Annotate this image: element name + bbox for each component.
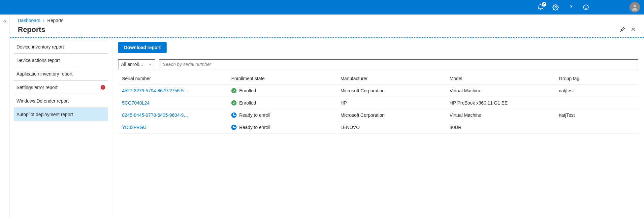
status-ready-icon: [231, 125, 237, 130]
notifications-button[interactable]: 2: [536, 3, 545, 12]
error-icon: !: [101, 85, 105, 90]
status-text: Enrolled: [239, 88, 256, 93]
side-list-item[interactable]: Windows Defender report: [14, 94, 108, 108]
column-header-state[interactable]: Enrollment state: [227, 73, 337, 85]
breadcrumb-separator: ›: [43, 18, 45, 23]
column-header-model[interactable]: Model: [446, 73, 555, 85]
column-header-group-tag[interactable]: Group tag: [555, 73, 638, 85]
serial-link[interactable]: 5CG7040L24: [122, 100, 149, 106]
cell-manufacturer: Microsoft Corporation: [337, 85, 446, 97]
side-list-item-label: Settings error report: [16, 85, 58, 90]
devices-table: Serial number Enrollment state Manufactu…: [118, 73, 638, 134]
column-header-manufacturer[interactable]: Manufacturer: [337, 73, 446, 85]
pin-button[interactable]: [620, 26, 626, 33]
chevron-down-icon: [148, 62, 152, 66]
cell-group-tag: natjtest: [555, 85, 638, 97]
notification-count-badge: 2: [542, 2, 546, 7]
table-row: 4527-3279-5794-8679-2756-5…EnrolledMicro…: [118, 85, 638, 97]
breadcrumb: Dashboard › Reports: [10, 15, 644, 25]
enrollment-filter-dropdown[interactable]: All enrollm…: [118, 59, 155, 69]
side-list-item[interactable]: Autopilot deployment report: [14, 108, 108, 121]
close-button[interactable]: [630, 26, 636, 33]
side-list-item-label: Application inventory report: [16, 71, 73, 77]
download-report-button[interactable]: Download report: [118, 42, 167, 53]
status-text: Ready to enroll: [239, 112, 270, 118]
feedback-button[interactable]: [581, 3, 591, 12]
cell-model: HP ProBook x360 11 G1 EE: [446, 97, 555, 109]
cell-manufacturer: HP: [337, 97, 446, 109]
serial-link[interactable]: YD02FVGU: [122, 125, 146, 130]
help-button[interactable]: [566, 3, 575, 12]
settings-button[interactable]: [551, 3, 560, 12]
reports-side-list: Device inventory reportDevice actions re…: [10, 38, 112, 218]
cell-group-tag: [555, 121, 638, 134]
svg-point-4: [587, 7, 587, 7]
side-list-item-label: Device actions report: [16, 58, 60, 63]
side-list-item[interactable]: Device inventory report: [14, 40, 108, 54]
status-text: Enrolled: [239, 100, 256, 106]
page-title: Reports: [18, 25, 45, 34]
status-text: Ready to enroll: [239, 125, 270, 130]
cell-group-tag: natjTest: [555, 109, 638, 121]
breadcrumb-root-link[interactable]: Dashboard: [18, 18, 41, 23]
table-row: 5CG7040L24EnrolledHPHP ProBook x360 11 G…: [118, 97, 638, 109]
svg-point-5: [633, 5, 636, 7]
side-list-item[interactable]: Application inventory report: [14, 67, 108, 81]
cell-model: 80UR: [446, 121, 555, 134]
report-content: Download report All enrollm… Serial numb…: [112, 38, 644, 218]
cell-model: Virtual Machine: [446, 85, 555, 97]
side-list-item-label: Device inventory report: [16, 44, 64, 49]
cell-group-tag: [555, 97, 638, 109]
serial-link[interactable]: 8245-0445-0778-6405-9604-9…: [122, 112, 188, 118]
side-list-item[interactable]: Device actions report: [14, 53, 108, 67]
cell-manufacturer: Microsoft Corporation: [337, 109, 446, 121]
page-title-bar: Reports: [10, 25, 644, 38]
svg-point-3: [585, 7, 585, 7]
top-header-bar: 2: [0, 0, 644, 15]
serial-link[interactable]: 4527-3279-5794-8679-2756-5…: [122, 88, 188, 93]
sidebar-collapse-column: [0, 15, 10, 218]
svg-point-1: [570, 9, 571, 9]
side-list-item-label: Autopilot deployment report: [16, 112, 73, 117]
enrollment-filter-label: All enrollm…: [121, 62, 146, 67]
table-row: 8245-0445-0778-6405-9604-9…Ready to enro…: [118, 109, 638, 121]
status-ready-icon: [231, 112, 237, 118]
svg-point-0: [555, 7, 557, 8]
side-list-item-label: Windows Defender report: [16, 98, 69, 104]
collapse-sidebar-icon[interactable]: [3, 19, 7, 25]
table-row: YD02FVGUReady to enrollLENOVO80UR: [118, 121, 638, 134]
serial-search-input[interactable]: [159, 59, 638, 69]
side-list-item[interactable]: Settings error report!: [14, 80, 108, 94]
column-header-serial[interactable]: Serial number: [118, 73, 227, 85]
cell-manufacturer: LENOVO: [337, 121, 446, 134]
svg-point-2: [584, 5, 589, 10]
breadcrumb-current: Reports: [47, 18, 63, 23]
cell-model: Virtual Machine: [446, 109, 555, 121]
user-avatar[interactable]: [629, 2, 640, 13]
status-enrolled-icon: [231, 88, 237, 93]
status-enrolled-icon: [231, 100, 237, 106]
